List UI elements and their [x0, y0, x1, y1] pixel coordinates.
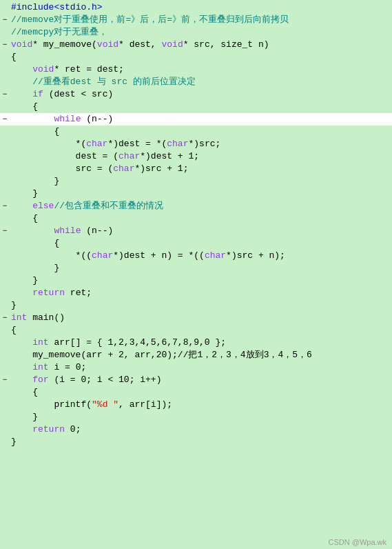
collapse-button[interactable]: −: [3, 374, 8, 386]
code-line: }: [0, 436, 392, 448]
code-line: //重叠看dest 与 src 的前后位置决定: [0, 76, 392, 88]
code-token: [11, 288, 32, 298]
gutter-icon[interactable]: −: [0, 225, 10, 237]
code-token: * my_memove(: [32, 39, 97, 50]
code-token: dest = (: [11, 151, 118, 161]
code-token: }: [11, 176, 59, 186]
code-token: [11, 226, 54, 236]
collapse-button[interactable]: −: [3, 14, 8, 26]
collapse-button[interactable]: −: [3, 39, 8, 51]
code-line: {: [0, 386, 392, 399]
code-text: src = (char*)src + 1;: [10, 163, 392, 175]
code-token: <stdio.h>: [54, 2, 102, 12]
code-token: #include: [11, 2, 54, 12]
code-text: int i = 0;: [10, 361, 392, 374]
code-token: void: [97, 39, 118, 50]
code-line: − while (n--): [0, 113, 392, 126]
code-token: {: [11, 52, 17, 62]
code-line: }: [0, 188, 392, 200]
code-token: (n--): [81, 226, 113, 236]
code-text: void* my_memove(void* dest, void* src, s…: [10, 39, 392, 51]
code-token: (n--): [81, 114, 113, 124]
code-token: //重叠看dest 与 src 的前后位置决定: [11, 77, 196, 87]
gutter-icon[interactable]: −: [0, 14, 10, 26]
code-token: void: [11, 39, 32, 50]
code-token: *)src;: [188, 139, 220, 149]
code-token: void: [32, 64, 54, 74]
code-token: char: [205, 250, 226, 261]
code-token: [11, 89, 32, 99]
code-line: int i = 0;: [0, 361, 392, 374]
code-text: *((char*)dest + n) = *((char*)src + n);: [10, 250, 392, 262]
code-token: [11, 375, 32, 385]
collapse-button[interactable]: −: [3, 88, 8, 101]
gutter-icon[interactable]: −: [0, 39, 10, 51]
code-text: my_memove(arr + 2, arr,20);//把1，2，3，4放到3…: [10, 349, 392, 361]
code-line: {: [0, 324, 392, 337]
code-token: {: [11, 213, 38, 223]
code-token: while: [54, 114, 81, 124]
code-line: }: [0, 299, 392, 312]
code-token: *)src + n);: [226, 250, 285, 261]
code-token: * dest,: [118, 39, 161, 50]
gutter-icon[interactable]: −: [0, 88, 10, 101]
code-text: void* ret = dest;: [10, 63, 392, 76]
code-line: − while (n--): [0, 225, 392, 237]
code-text: int arr[] = { 1,2,3,4,5,6,7,8,9,0 };: [10, 337, 392, 349]
code-token: [11, 114, 54, 124]
code-token: {: [11, 387, 38, 397]
code-text: if (dest < src): [10, 88, 392, 101]
collapse-button[interactable]: −: [3, 200, 8, 212]
code-text: else//包含重叠和不重叠的情况: [10, 200, 392, 212]
collapse-button[interactable]: −: [3, 225, 8, 237]
code-line: − for (i = 0; i < 10; i++): [0, 374, 392, 386]
code-line: {: [0, 237, 392, 250]
code-token: my_memove(arr + 2, arr,20);//把1，2，3，4放到3…: [11, 350, 312, 360]
code-text: int main(): [10, 312, 392, 324]
code-text: {: [10, 101, 392, 113]
code-token: 0;: [65, 424, 81, 435]
code-line: {: [0, 101, 392, 113]
code-token: *(: [11, 139, 86, 149]
code-text: printf("%d ", arr[i]);: [10, 399, 392, 411]
code-token: }: [11, 437, 17, 447]
code-token: (i = 0; i < 10; i++): [49, 375, 162, 385]
code-token: char: [118, 151, 140, 161]
code-line: return 0;: [0, 423, 392, 436]
code-line: {: [0, 212, 392, 225]
code-editor: #include<stdio.h>−//memove对于重叠使用，前=》后，后=…: [0, 0, 392, 549]
code-line: *((char*)dest + n) = *((char*)src + n);: [0, 250, 392, 262]
code-text: }: [10, 188, 392, 200]
code-token: main(): [27, 312, 65, 323]
collapse-button[interactable]: −: [3, 312, 8, 324]
gutter-icon[interactable]: −: [0, 312, 10, 324]
code-token: }: [11, 188, 38, 199]
code-text: {: [10, 237, 392, 250]
collapse-button[interactable]: −: [3, 113, 8, 126]
gutter-icon[interactable]: −: [0, 200, 10, 212]
code-line: printf("%d ", arr[i]);: [0, 399, 392, 411]
code-token: for: [32, 375, 48, 385]
code-token: printf(: [11, 399, 92, 410]
gutter-icon[interactable]: −: [0, 113, 10, 126]
code-line: }: [0, 175, 392, 188]
code-token: while: [54, 226, 81, 236]
code-text: {: [10, 386, 392, 399]
code-text: *(char*)dest = *(char*)src;: [10, 138, 392, 150]
code-line: − if (dest < src): [0, 88, 392, 101]
code-token: return: [32, 288, 65, 298]
code-token: //包含重叠和不重叠的情况: [54, 201, 163, 211]
code-token: char: [86, 139, 107, 149]
code-token: {: [11, 126, 59, 137]
code-token: *)src + 1;: [134, 163, 188, 174]
code-token: *)dest = *(: [107, 139, 167, 149]
code-token: *)dest + 1;: [140, 151, 199, 161]
gutter-icon[interactable]: −: [0, 374, 10, 386]
code-token: char: [113, 163, 134, 174]
code-line: − else//包含重叠和不重叠的情况: [0, 200, 392, 212]
code-token: }: [11, 275, 38, 286]
code-text: }: [10, 436, 392, 448]
code-token: char: [167, 139, 188, 149]
code-line: void* ret = dest;: [0, 63, 392, 76]
code-token: {: [11, 238, 59, 248]
